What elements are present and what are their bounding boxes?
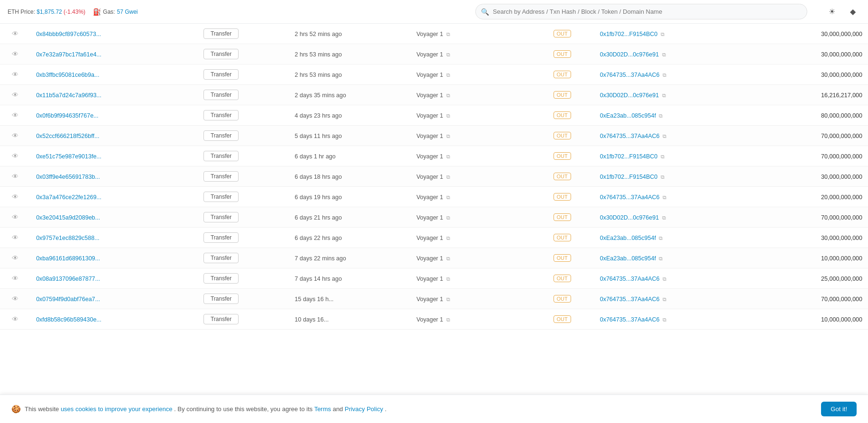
to-copy-icon[interactable]: ⧉ [662,215,666,221]
eye-icon[interactable]: 👁 [12,173,18,180]
to-copy-icon[interactable]: ⧉ [663,276,666,282]
to-cell: 0x764735...37Aa4AC6 ⧉ [594,126,747,146]
from-copy-icon[interactable]: ⧉ [446,92,450,98]
to-address-link[interactable]: 0x764735...37Aa4AC6 [600,276,660,282]
from-copy-icon[interactable]: ⧉ [446,133,450,139]
to-copy-icon[interactable]: ⧉ [659,235,663,241]
direction-cell: OUT [548,309,594,330]
txn-hash-link[interactable]: 0xe51c75e987e9013fe... [36,153,102,160]
from-copy-icon[interactable]: ⧉ [446,256,450,261]
from-copy-icon[interactable]: ⧉ [446,235,450,241]
age-value: 6 days 1 hr ago [295,153,335,160]
eye-icon[interactable]: 👁 [12,152,18,160]
transfer-type-button[interactable]: Transfer [203,294,239,304]
txn-hash-link[interactable]: 0x3a7a476ce22fe1269... [36,194,102,201]
to-address-link[interactable]: 0xEa23ab...085c954f [600,112,656,119]
eye-icon[interactable]: 👁 [12,111,18,119]
to-copy-icon[interactable]: ⧉ [663,296,666,302]
txn-hash-link[interactable]: 0xb3ffbc95081ce6b9a... [36,72,99,78]
eye-icon[interactable]: 👁 [12,234,18,241]
txn-hash-link[interactable]: 0xba96161d68961309... [36,255,100,262]
eye-icon[interactable]: 👁 [12,315,18,323]
txn-hash-link[interactable]: 0x03ff9e4e65691783b... [36,174,100,180]
txn-type-cell: Transfer [198,85,289,105]
eye-cell: 👁 [0,166,30,187]
to-address-link[interactable]: 0x1fb702...F9154BC0 [600,174,658,180]
eye-icon[interactable]: 👁 [12,295,18,303]
transfer-type-button[interactable]: Transfer [203,314,239,324]
to-address-link[interactable]: 0x764735...37Aa4AC6 [600,194,660,201]
to-copy-icon[interactable]: ⧉ [663,133,666,139]
eye-icon[interactable]: 👁 [12,91,18,99]
from-copy-icon[interactable]: ⧉ [446,72,450,78]
from-copy-icon[interactable]: ⧉ [446,52,450,57]
eye-icon[interactable]: 👁 [12,275,18,282]
to-address-link[interactable]: 0x764735...37Aa4AC6 [600,316,660,323]
to-copy-icon[interactable]: ⧉ [661,154,665,159]
to-copy-icon[interactable]: ⧉ [662,92,666,98]
eye-icon[interactable]: 👁 [12,50,18,58]
transfer-type-button[interactable]: Transfer [203,253,239,263]
eye-icon[interactable]: 👁 [12,254,18,262]
to-copy-icon[interactable]: ⧉ [659,113,663,119]
eye-icon[interactable]: 👁 [12,30,18,37]
to-address-link[interactable]: 0x30D02D...0c976e91 [600,214,659,221]
eye-icon[interactable]: 👁 [12,193,18,201]
to-copy-icon[interactable]: ⧉ [663,317,666,322]
to-address-link[interactable]: 0x764735...37Aa4AC6 [600,72,660,78]
transfer-type-button[interactable]: Transfer [203,90,239,100]
txn-hash-link[interactable]: 0x11b5a7d24c7a96f93... [36,92,102,99]
txn-hash-link[interactable]: 0xfd8b58c96b589430e... [36,316,102,323]
from-copy-icon[interactable]: ⧉ [446,317,450,322]
transfer-type-button[interactable]: Transfer [203,151,239,161]
transfer-type-button[interactable]: Transfer [203,212,239,222]
from-cell: Voyager 1 ⧉ [411,126,548,146]
from-copy-icon[interactable]: ⧉ [446,296,450,302]
to-address-link[interactable]: 0x30D02D...0c976e91 [600,92,659,99]
to-address-link[interactable]: 0x1fb702...F9154BC0 [600,153,658,160]
theme-toggle-button[interactable]: ☀ [824,4,840,19]
transfer-type-button[interactable]: Transfer [203,69,239,80]
transfer-type-button[interactable]: Transfer [203,28,239,39]
txn-hash-link[interactable]: 0x84bbb9cf897c60573... [36,31,101,37]
to-address-link[interactable]: 0xEa23ab...085c954f [600,255,656,262]
txn-hash-link[interactable]: 0x7e32a97bc17fa61e4... [36,51,102,58]
txn-hash-link[interactable]: 0x07594f9d0abf76ea7... [36,296,100,303]
transfer-type-button[interactable]: Transfer [203,130,239,141]
eye-icon[interactable]: 👁 [12,71,18,78]
txn-hash-link[interactable]: 0x3e20415a9d2089eb... [36,214,100,221]
to-address-link[interactable]: 0x30D02D...0c976e91 [600,51,659,58]
search-input[interactable] [475,4,807,19]
from-copy-icon[interactable]: ⧉ [446,31,450,37]
transfer-type-button[interactable]: Transfer [203,232,239,243]
from-cell: Voyager 1 ⧉ [411,289,548,309]
to-copy-icon[interactable]: ⧉ [661,31,665,37]
to-address-link[interactable]: 0x1fb702...F9154BC0 [600,31,658,37]
from-copy-icon[interactable]: ⧉ [446,215,450,221]
eye-icon[interactable]: 👁 [12,213,18,221]
txn-hash-link[interactable]: 0x08a9137096e87877... [36,276,100,282]
txn-hash-link[interactable]: 0x9757e1ec8829c588... [36,235,99,241]
ethereum-icon[interactable]: ◆ [845,4,860,19]
to-address-link[interactable]: 0xEa23ab...085c954f [600,235,656,241]
txn-hash-link[interactable]: 0x0f6b9f994635f767e... [36,112,98,119]
from-copy-icon[interactable]: ⧉ [446,174,450,180]
to-address-link[interactable]: 0x764735...37Aa4AC6 [600,133,660,139]
transfer-type-button[interactable]: Transfer [203,171,239,182]
transfer-type-button[interactable]: Transfer [203,192,239,202]
to-copy-icon[interactable]: ⧉ [663,194,666,200]
to-address-link[interactable]: 0x764735...37Aa4AC6 [600,296,660,303]
from-copy-icon[interactable]: ⧉ [446,194,450,200]
from-copy-icon[interactable]: ⧉ [446,154,450,159]
transfer-type-button[interactable]: Transfer [203,49,239,59]
transfer-type-button[interactable]: Transfer [203,110,239,120]
to-copy-icon[interactable]: ⧉ [661,174,665,180]
to-copy-icon[interactable]: ⧉ [662,52,666,57]
transfer-type-button[interactable]: Transfer [203,273,239,284]
from-copy-icon[interactable]: ⧉ [446,276,450,282]
eye-icon[interactable]: 👁 [12,132,18,139]
txn-hash-link[interactable]: 0x52ccf666218f526bff... [36,133,99,139]
to-copy-icon[interactable]: ⧉ [663,72,666,78]
from-copy-icon[interactable]: ⧉ [446,113,450,119]
to-copy-icon[interactable]: ⧉ [659,256,663,261]
